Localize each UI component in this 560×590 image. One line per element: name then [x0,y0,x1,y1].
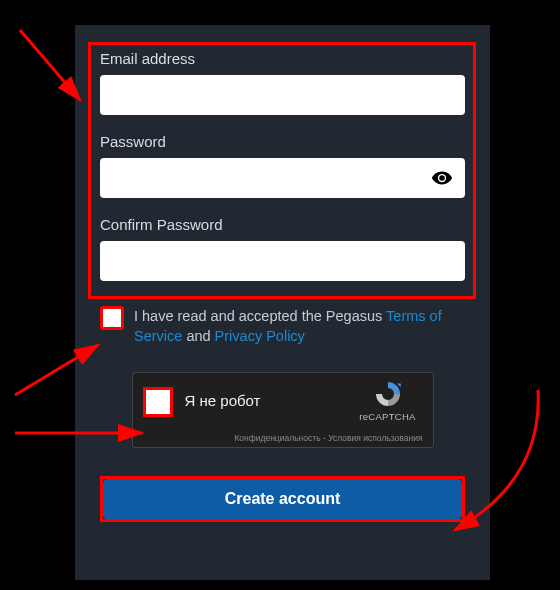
recaptcha-widget: Я не робот reCAPTCHA Конфиденциальность … [132,372,434,448]
password-input[interactable] [100,158,465,198]
confirm-label: Confirm Password [100,216,465,233]
create-account-button[interactable]: Create account [103,479,462,519]
password-field-block: Password [100,133,465,198]
consent-text: I have read and accepted the Pegasus Ter… [134,306,465,347]
svg-marker-0 [397,383,401,387]
recaptcha-brand: reCAPTCHA [353,411,423,422]
email-label: Email address [100,50,465,67]
privacy-link[interactable]: Privacy Policy [215,328,305,344]
signup-panel: Email address Password Confirm Password … [75,25,490,580]
recaptcha-footer: Конфиденциальность - Условия использован… [234,433,422,443]
consent-joiner: and [182,328,214,344]
eye-icon[interactable] [431,167,453,189]
recaptcha-checkbox[interactable] [143,387,173,417]
consent-checkbox[interactable] [100,306,124,330]
create-button-highlight: Create account [100,476,465,522]
arrow-to-fields [20,30,80,100]
confirm-field-block: Confirm Password [100,216,465,281]
email-field-block: Email address [100,50,465,115]
email-input[interactable] [100,75,465,115]
confirm-input[interactable] [100,241,465,281]
recaptcha-branding: reCAPTCHA [353,379,423,422]
consent-row: I have read and accepted the Pegasus Ter… [100,306,465,347]
password-label: Password [100,133,465,150]
recaptcha-label: Я не робот [185,392,261,409]
recaptcha-icon [373,379,403,409]
consent-prefix: I have read and accepted the Pegasus [134,308,386,324]
